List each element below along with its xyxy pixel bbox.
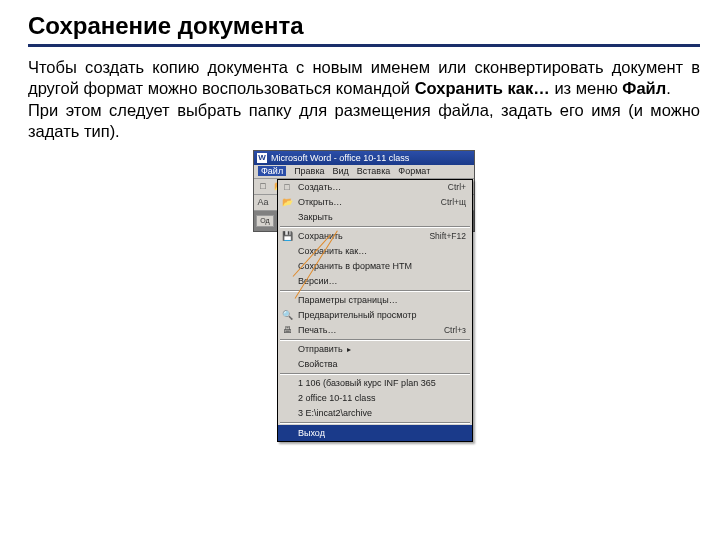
menu-item-14[interactable]: Свойства [278, 357, 472, 372]
menu-item-10[interactable]: 🔍Предварительный просмотр [278, 308, 472, 323]
menu-item-label: Предварительный просмотр [298, 310, 460, 320]
p1-bold-file: Файл [622, 79, 666, 97]
menu-item-11[interactable]: 🖶Печать…Ctrl+з [278, 323, 472, 338]
tool-style-icon[interactable]: Aa [256, 195, 270, 209]
menu-separator [280, 422, 470, 424]
word-menubar: Файл Правка Вид Вставка Формат [254, 165, 474, 179]
menu-item-icon: 💾 [280, 230, 294, 243]
p1-bold-saveas: Сохранить как… [415, 79, 550, 97]
menu-item-label: 2 office 10-11 class [298, 393, 460, 403]
menu-item-label: Печать… [298, 325, 438, 335]
menu-separator [280, 373, 470, 375]
menu-item-17[interactable]: 2 office 10-11 class [278, 391, 472, 406]
menu-item-icon [280, 245, 294, 258]
menu-edit[interactable]: Правка [294, 166, 324, 176]
p1-text-c: из меню [550, 79, 623, 97]
menu-item-label: Сохранить [298, 231, 423, 241]
menu-item-label: Выход [298, 428, 460, 438]
p1-text-e: . [666, 79, 671, 97]
paragraph-2: При этом следует выбрать папку для разме… [28, 100, 700, 141]
menu-separator [280, 290, 470, 292]
word-titlebar: W Microsoft Word - office 10-11 class [254, 151, 474, 165]
menu-separator [280, 339, 470, 341]
menu-item-label: Отправить [298, 344, 460, 354]
menu-item-label: Сохранить в формате HTM [298, 261, 460, 271]
menu-file[interactable]: Файл [258, 166, 286, 176]
menu-item-9[interactable]: Параметры страницы… [278, 293, 472, 308]
menu-item-icon [280, 358, 294, 371]
menu-item-icon: □ [280, 181, 294, 194]
menu-item-4[interactable]: 💾СохранитьShift+F12 [278, 229, 472, 244]
menu-item-20[interactable]: Выход [278, 425, 472, 441]
menu-insert[interactable]: Вставка [357, 166, 390, 176]
paragraph-1: Чтобы создать копию документа с новым им… [28, 57, 700, 98]
menu-item-label: Создать… [298, 182, 442, 192]
menu-item-5[interactable]: Сохранить как… [278, 244, 472, 259]
menu-item-shortcut: Shift+F12 [429, 231, 466, 241]
menu-format[interactable]: Формат [398, 166, 430, 176]
menu-separator [280, 226, 470, 228]
word-doc-tab: Од [256, 215, 274, 227]
menu-item-icon [280, 343, 294, 356]
menu-item-icon [280, 275, 294, 288]
menu-item-label: Закрыть [298, 212, 460, 222]
menu-item-18[interactable]: 3 E:\incat2\archive [278, 406, 472, 421]
menu-item-icon [280, 260, 294, 273]
menu-item-0[interactable]: □Создать…Ctrl+ [278, 180, 472, 195]
menu-item-icon [280, 211, 294, 224]
slide-title: Сохранение документа [28, 12, 700, 47]
menu-item-label: Открыть… [298, 197, 435, 207]
menu-item-icon [280, 377, 294, 390]
menu-item-icon [280, 294, 294, 307]
menu-item-13[interactable]: Отправить [278, 342, 472, 357]
menu-item-icon: 🖶 [280, 324, 294, 337]
menu-item-label: Версии… [298, 276, 460, 286]
menu-item-2[interactable]: Закрыть [278, 210, 472, 225]
word-title-text: Microsoft Word - office 10-11 class [271, 153, 409, 163]
menu-view[interactable]: Вид [333, 166, 349, 176]
menu-item-icon [280, 407, 294, 420]
menu-item-icon: 📂 [280, 196, 294, 209]
menu-item-icon: 🔍 [280, 309, 294, 322]
tool-new-icon[interactable]: □ [256, 179, 270, 193]
menu-item-label: 3 E:\incat2\archive [298, 408, 460, 418]
menu-item-icon [280, 392, 294, 405]
menu-item-16[interactable]: 1 106 (базовый курс INF plan 365 [278, 376, 472, 391]
word-window: W Microsoft Word - office 10-11 class Фа… [253, 150, 475, 232]
menu-item-shortcut: Ctrl+з [444, 325, 466, 335]
menu-item-icon [280, 426, 294, 439]
menu-item-1[interactable]: 📂Открыть…Ctrl+щ [278, 195, 472, 210]
file-menu-dropdown: □Создать…Ctrl+📂Открыть…Ctrl+щЗакрыть💾Сох… [277, 179, 473, 442]
menu-item-label: Свойства [298, 359, 460, 369]
menu-item-label: Параметры страницы… [298, 295, 460, 305]
word-app-icon: W [257, 153, 267, 163]
menu-item-label: 1 106 (базовый курс INF plan 365 [298, 378, 460, 388]
menu-item-shortcut: Ctrl+щ [441, 197, 466, 207]
menu-item-shortcut: Ctrl+ [448, 182, 466, 192]
